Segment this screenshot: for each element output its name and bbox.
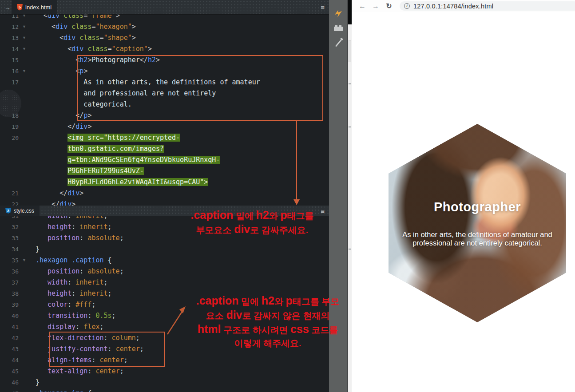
code-line[interactable]: 37 width: inherit; [0,277,329,288]
fold-gutter [22,366,32,377]
line-number: 35 [0,255,22,266]
fold-gutter [22,55,32,66]
fold-gutter [22,222,32,233]
extension-manager-icon[interactable] [329,24,348,31]
code-line[interactable]: H0ypRJFLdO6hLe2viWAqAItI&usqp=CAU"> [0,177,329,188]
code-text: width: inherit; [32,277,108,288]
address-bar[interactable]: i 127.0.0.1:14784/index.html [400,1,575,11]
scrollbar-tickmark [349,83,351,84]
fold-gutter [22,333,32,344]
code-text: position: absolute; [32,266,124,277]
fold-gutter [22,77,32,88]
fold-gutter [22,355,32,366]
code-fold-icon[interactable]: ▼ [22,388,32,392]
fold-gutter [22,121,32,132]
line-number: 34 [0,244,22,255]
line-number: 17 [0,77,22,88]
line-number: 46 [0,377,22,388]
code-line[interactable]: q=tbn:ANd9GcSEn6fq4YnseDVbkuoRuJRnxqH- [0,154,329,166]
code-fold-icon[interactable]: ▼ [22,32,32,44]
line-number: 40 [0,310,22,321]
caption-paragraph: As in other arts, the definitions of ama… [396,230,559,247]
code-line[interactable]: 13▼ <div class="shape"> [0,32,329,44]
fold-gutter [22,132,32,143]
reload-button[interactable]: ↻ [385,3,393,10]
fold-gutter [22,177,32,188]
line-number: 21 [0,188,22,199]
line-number: 39 [0,299,22,310]
annotation-line: html 구조로 하시려면 css 코드를 [184,322,351,337]
fold-gutter [22,99,32,110]
magic-wand-icon[interactable] [329,38,348,48]
code-fold-icon[interactable]: ▼ [22,255,32,266]
line-number: 41 [0,321,22,333]
line-number: 38 [0,288,22,299]
line-number: 47 [0,388,22,392]
code-text: .hexagon .caption { [32,255,112,266]
code-line[interactable]: 34} [0,244,329,255]
show-sidebar-icon[interactable]: → [4,4,11,11]
annotation-line: 요소 div로 감싸지 않은 현재의 [184,308,351,322]
pane-menu-icon[interactable]: ≡ [321,207,325,214]
fold-gutter [22,321,32,333]
annotation-box-html-caption [77,55,323,121]
code-line[interactable]: 21 </div> [0,188,329,199]
annotation-line: .caption 밑에 h2와 p태그를 [186,208,319,222]
annotation-note-wrap-div: .caption 밑에 h2와 p태그를부모요소 div로 감싸주세요. [186,208,319,237]
fold-gutter [22,154,32,166]
code-editor: 11▼ <div class="frame">12▼ <div class="h… [0,0,329,392]
tab-index-html[interactable]: 5 index.html [12,0,57,14]
fold-gutter [22,266,32,277]
code-line[interactable]: 12▼ <div class="hexagon"> [0,21,329,32]
scrollbar-dark-segment [348,0,352,24]
code-text: H0ypRJFLdO6hLe2viWAqAItI&usqp=CAU"> [32,177,208,188]
screenshot-stage: 11▼ <div class="frame">12▼ <div class="h… [0,0,575,392]
code-line[interactable]: 20 <img src="https://encrypted- [0,132,329,143]
page-info-icon[interactable]: i [404,3,410,9]
code-line[interactable]: 46} [0,377,329,388]
code-text: </div> [32,188,83,199]
scrollbar-tickmark [349,249,351,249]
annotation-line: .caption 밑에 h2와 p태그를 부모 [184,294,351,308]
code-text: text-align: center; [32,366,124,377]
code-text: transition: 0.5s; [32,310,116,321]
code-text: } [32,377,40,388]
line-number [0,154,22,166]
code-text: tbn0.gstatic.com/images? [32,143,164,154]
code-line[interactable]: 19 </div> [0,121,329,132]
fold-gutter [22,299,32,310]
code-text: } [32,244,40,255]
scrollbar-thumb[interactable] [349,40,351,62]
fold-gutter [22,244,32,255]
line-number [0,166,22,177]
code-fold-icon[interactable]: ▼ [22,66,32,77]
line-number [0,177,22,188]
tab-style-css[interactable]: 3 style.css [0,206,40,216]
code-line[interactable]: P9GhFERuT299us4UvZ- [0,166,329,177]
line-number: 16 [0,66,22,77]
code-text: display: flex; [32,321,104,333]
forward-button[interactable]: → [371,3,380,10]
code-line[interactable]: 45 text-align: center; [0,366,329,377]
code-line[interactable]: 14▼ <div class="caption"> [0,44,329,55]
line-number: 19 [0,121,22,132]
code-line[interactable]: tbn0.gstatic.com/images? [0,143,329,154]
scrollbar-tickmark [349,127,351,127]
code-line[interactable]: 36 position: absolute; [0,266,329,277]
code-text: q=tbn:ANd9GcSEn6fq4YnseDVbkuoRuJRnxqH- [32,154,220,166]
code-text: <div class="shape"> [32,32,136,44]
fold-gutter [22,377,32,388]
line-number: 37 [0,277,22,288]
tab-label: style.css [14,208,34,214]
pane-menu-icon[interactable]: ≡ [321,4,325,11]
live-preview-icon[interactable] [329,9,348,19]
back-button[interactable]: ← [358,3,367,10]
code-fold-icon[interactable]: ▼ [22,21,32,32]
fold-gutter [22,288,32,299]
annotation-line: 이렇게 해주세요. [184,337,351,350]
code-text: <div class="hexagon"> [32,21,136,32]
code-line[interactable]: 35▼.hexagon .caption { [0,255,329,266]
code-fold-icon[interactable]: ▼ [22,44,32,55]
browser-window: ← → ↻ i 127.0.0.1:14784/index.html Photo… [352,0,575,392]
code-line[interactable]: 47▼.hexagon img { [0,388,329,392]
